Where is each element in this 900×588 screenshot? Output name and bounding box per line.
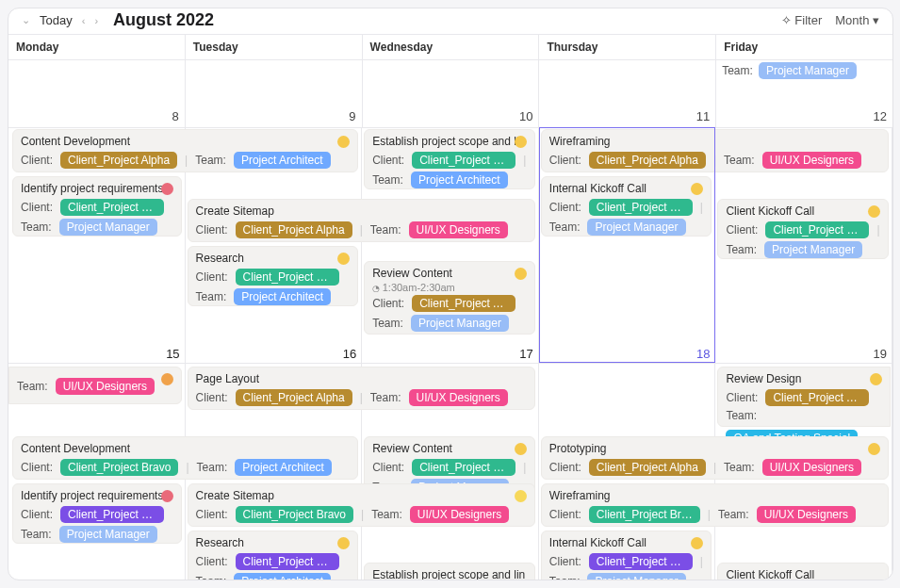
chevron-down-icon[interactable]: ⌄ [22,14,30,26]
event-create-sitemap[interactable]: Create Sitemap Client: Client_Project Al… [188,199,535,242]
client-chip: Client_Project Br… [60,199,164,216]
team-chip: Project Manager [59,526,157,543]
event-identify-req[interactable]: Identify project requirements Client:Cli… [12,176,182,237]
team-chip: Project Manager [411,315,509,332]
day-cell-8[interactable]: 8 [8,59,186,127]
event-wireframing-bravo[interactable]: Wireframing Client: Client_Project Br… |… [541,483,889,527]
client-chip: Client_Project Br… [236,269,339,286]
team-chip: UI/UX Designers [762,152,861,169]
client-chip: Client_Project C… [60,506,164,523]
client-chip: Client_Project C… [236,553,339,570]
team-chip: UI/UX Designers [409,389,508,406]
client-chip: Client_Project Bravo [236,506,353,523]
client-chip: Client_Project Br… [412,459,515,476]
event-create-sitemap-bravo[interactable]: Create Sitemap Client: Client_Project Br… [188,483,535,527]
week2-events: Team:UI/UX Designers Page Layout Client:… [8,363,892,580]
day-cell-11[interactable]: 11 [539,59,716,127]
status-badge [515,443,527,455]
date-num: 10 [519,109,532,123]
client-chip: Client_Project Alpha [236,221,352,238]
status-badge [515,136,527,148]
team-chip: Project Architect [234,573,331,580]
month-title: August 2022 [113,10,214,30]
calendar-app: ⌄ Today ‹ › August 2022 ✧ Filter Month ▾… [8,8,893,580]
day-header: Wednesday [363,34,540,59]
status-badge [161,490,173,502]
day-cell-10[interactable]: 10 [363,59,540,127]
week1-events: 19 18 17 16 15 Content Development Clien… [8,127,892,363]
team-chip: Project Manager [764,241,862,258]
date-num: 17 [519,347,532,361]
event-client-kickoff-charlie[interactable]: Client Kickoff Call Client:Client_Projec… [717,563,889,580]
topbar: ⌄ Today ‹ › August 2022 ✧ Filter Month ▾ [8,8,892,34]
team-chip: UI/UX Designers [409,221,508,238]
day-col-selected [539,127,716,363]
status-badge [868,443,880,455]
date-num: 19 [874,347,887,361]
event-identify-req-charlie[interactable]: Identify project requirements Client:Cli… [12,483,182,544]
team-chip: Project Architect [235,459,332,476]
day-header: Thursday [539,34,716,59]
day-header: Friday [716,34,892,59]
week-row-top: 8 9 10 11 12 Team: Project Manager [8,59,892,127]
filter-button[interactable]: ✧ Filter [781,13,823,27]
chevron-left-icon[interactable]: ‹ [82,15,86,26]
event-time: 1:30am-2:30am [372,282,527,293]
day-header: Monday [8,34,186,59]
event-fragment[interactable]: Team:UI/UX Designers [8,367,182,404]
day-header-row: Monday Tuesday Wednesday Thursday Friday [8,34,892,59]
event-research[interactable]: Research Client:Client_Project Br… Team:… [188,246,359,306]
event-review-content[interactable]: Review Content 1:30am-2:30am Client:Clie… [364,261,535,335]
status-badge [515,268,527,280]
client-chip: Client_Project Bravo [60,459,178,476]
team-chip: Project Manager [587,573,685,580]
status-badge [870,373,882,385]
client-chip: Client_Project Alpha [589,459,706,476]
chevron-right-icon[interactable]: › [94,15,98,26]
event-client-kickoff[interactable]: Client Kickoff Call Client:Client_Projec… [717,199,889,259]
event-review-design[interactable]: Review Design Client:Client_Project Al… … [717,367,891,427]
date-num: 15 [166,347,179,361]
date-num: 18 [696,347,710,361]
event-content-dev-bravo[interactable]: Content Development Client: Client_Proje… [12,436,358,480]
client-chip: Client_Project Alpha [236,389,352,406]
team-chip: UI/UX Designers [410,506,509,523]
client-chip: Client_Project Al… [412,295,515,312]
date-num: 12 [874,109,887,123]
event-content-development[interactable]: Content Development Client: Client_Proje… [12,129,358,172]
day-cell-12[interactable]: 12 Team: Project Manager [716,59,892,127]
status-badge [868,205,880,218]
client-chip: Client_Project Br… [412,152,515,169]
event-prototyping[interactable]: Prototyping Client: Client_Project Alpha… [541,436,889,480]
team-chip: UI/UX Designers [757,506,856,523]
event-establish-scope-charlie[interactable]: Establish project scope and lin Client:C… [364,563,535,580]
client-chip: Client_Project Br… [589,506,700,523]
status-badge [515,490,527,502]
client-chip: Client_Project Al… [765,389,869,406]
status-badge [161,183,173,195]
event-internal-kickoff-charlie[interactable]: Internal Kickoff Call Client:Client_Proj… [541,531,712,580]
team-chip: Project Architect [411,172,508,188]
date-num: 16 [343,347,356,361]
status-badge [161,373,173,385]
event-establish-scope[interactable]: Establish project scope and lin Client: … [364,129,535,189]
event-page-layout[interactable]: Page Layout Client: Client_Project Alpha… [188,367,535,410]
team-chip: Project Manager [759,62,857,79]
team-label: Team: [722,64,753,77]
date-num: 8 [172,109,179,123]
team-chip: UI/UX Designers [762,459,861,476]
day-cell-9[interactable]: 9 [186,59,363,127]
client-chip: Client_Project Alpha [60,152,177,169]
view-select[interactable]: Month ▾ [835,13,879,27]
client-chip: Client_Project C… [589,553,693,570]
event-research-charlie[interactable]: Research Client:Client_Project C… Team:P… [188,531,359,580]
team-chip: UI/UX Designers [56,378,155,395]
event-title: Content Development [21,135,350,148]
date-num: 11 [696,109,710,123]
client-chip: Client_Project Br… [765,221,869,238]
date-num: 9 [349,109,355,123]
day-header: Tuesday [186,34,363,59]
today-button[interactable]: Today [40,13,73,27]
team-chip: Project Architect [234,288,331,305]
team-chip: Project Manager [59,219,157,236]
